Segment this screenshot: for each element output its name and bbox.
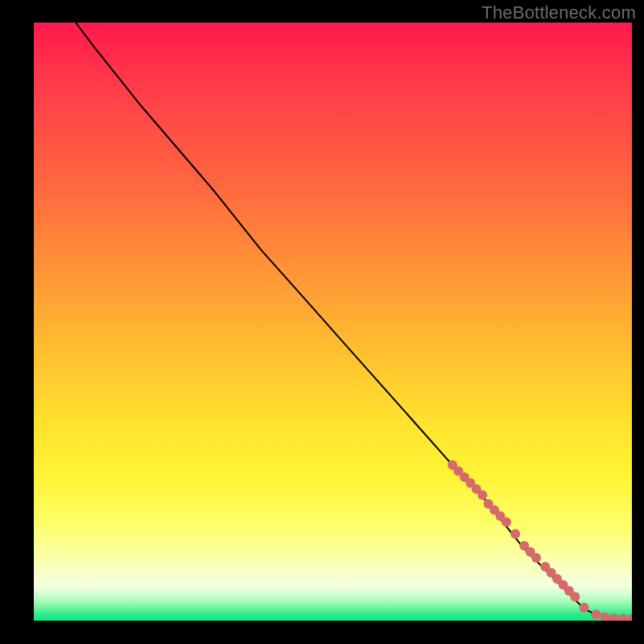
data-point bbox=[477, 490, 487, 500]
chart-svg bbox=[34, 23, 632, 621]
data-point bbox=[510, 529, 520, 539]
chart-root: TheBottleneck.com bbox=[0, 0, 644, 644]
data-point bbox=[580, 603, 589, 613]
data-point bbox=[627, 614, 632, 621]
main-curve bbox=[76, 23, 632, 619]
plot-area bbox=[34, 23, 632, 621]
marker-group bbox=[448, 460, 632, 621]
data-point bbox=[591, 610, 601, 620]
watermark-text: TheBottleneck.com bbox=[481, 2, 636, 23]
data-point bbox=[531, 553, 541, 563]
data-point bbox=[570, 592, 580, 601]
data-point bbox=[609, 613, 619, 621]
data-point bbox=[618, 614, 628, 621]
data-point bbox=[502, 517, 511, 526]
data-point bbox=[601, 613, 610, 621]
